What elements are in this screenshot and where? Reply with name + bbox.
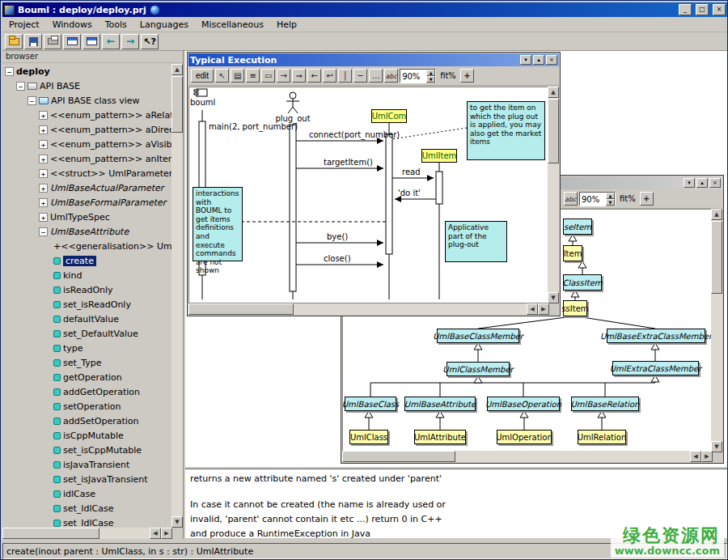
message-label-do-it[interactable]: 'do it': [398, 189, 421, 197]
text-icon[interactable]: [246, 69, 260, 83]
scroll-right-button[interactable]: [161, 528, 172, 539]
scroll-down-button[interactable]: [171, 516, 183, 528]
tree-item-set-isjavatransient[interactable]: set_isJavaTransient: [2, 472, 172, 486]
tree-item-idlcase[interactable]: idlCase: [2, 486, 172, 501]
async-message-icon[interactable]: [292, 69, 306, 83]
class-box-umlbaserelation[interactable]: UmlBaseRelation: [571, 397, 639, 411]
expander-icon[interactable]: [39, 227, 48, 236]
tree-item-umlbaseattribute[interactable]: UmlBaseAttribute: [2, 224, 172, 239]
tree-item-umltypespec[interactable]: UmlTypeSpec: [2, 210, 172, 224]
class-box-fragment-seitem[interactable]: seItem: [563, 218, 592, 235]
menu-project[interactable]: Project: [2, 18, 46, 32]
tree-item-class-view[interactable]: API BASE class view: [2, 93, 172, 108]
menu-miscellaneous[interactable]: Miscellaneous: [195, 18, 270, 32]
tree-item-avisibility[interactable]: <<enum_pattern>> aVisibility: [2, 137, 172, 151]
minimize-button[interactable]: [679, 4, 692, 15]
class-box-fragment-classitem[interactable]: ClassItem: [563, 274, 602, 291]
lifeline-label-bouml[interactable]: bouml: [190, 98, 215, 107]
sequence-canvas[interactable]: bouml plug_out UmlCom UmlItem main(2, po…: [188, 87, 549, 303]
tree-item-addgetoperation[interactable]: addGetOperation: [2, 384, 172, 399]
zoom-down-button[interactable]: ▼: [606, 199, 615, 206]
expander-icon[interactable]: [39, 198, 48, 207]
class-box-umlbaseextraclassmember[interactable]: UmlBaseExtraClassMember: [607, 329, 705, 343]
class-box-umlrelation[interactable]: UmlRelation: [578, 430, 626, 444]
tree-item-umlparameter[interactable]: <<struct>> UmlParameter: [2, 166, 172, 180]
class-box-umlbaseclass[interactable]: UmlBaseClass: [345, 397, 396, 411]
print-button[interactable]: [44, 34, 61, 49]
class-box-umlbaseoperation[interactable]: UmlBaseOperation: [487, 397, 560, 411]
menu-help[interactable]: Help: [270, 18, 303, 32]
tree-item-deploy[interactable]: deploy: [2, 64, 172, 78]
close-button[interactable]: [713, 4, 726, 15]
tree-item-arelationk[interactable]: <<enum_pattern>> aRelationK: [2, 108, 172, 122]
tree-item-getoperation[interactable]: getOperation: [2, 370, 172, 384]
tree-item-create[interactable]: create: [2, 253, 172, 268]
zoom-up-button[interactable]: ▲: [606, 193, 615, 199]
tree-item-isreadonly[interactable]: isReadOnly: [2, 282, 172, 297]
abc-icon[interactable]: [564, 192, 578, 206]
select-icon[interactable]: [215, 69, 229, 83]
tree-item-adirection[interactable]: <<enum_pattern>> aDirection: [2, 122, 172, 137]
scroll-up-button[interactable]: [171, 64, 183, 75]
fit-window-icon[interactable]: [640, 192, 654, 206]
scroll-left-button[interactable]: [150, 528, 161, 539]
message-label-read[interactable]: read: [402, 168, 421, 176]
scroll-up-button[interactable]: [711, 209, 722, 220]
tree-item-set-isreadonly[interactable]: set_isReadOnly: [2, 297, 172, 312]
whats-this-button[interactable]: ↖?: [141, 34, 159, 49]
tree-item-set-iscppmutable[interactable]: set_isCppMutable: [2, 443, 172, 457]
sync-message-icon[interactable]: [277, 69, 290, 83]
scrollbar-thumb[interactable]: [342, 451, 455, 462]
zoom-up-button[interactable]: ▲: [426, 70, 435, 76]
class-box-fragment-item[interactable]: Item: [563, 245, 582, 261]
shade-button[interactable]: [684, 178, 695, 188]
navigate-forward-button[interactable]: →: [121, 34, 139, 49]
navigate-back-button[interactable]: ←: [102, 34, 120, 49]
scroll-right-button[interactable]: [538, 303, 549, 315]
tree-item-api-base[interactable]: API BASE: [2, 78, 172, 93]
fit-window-icon[interactable]: [460, 69, 474, 83]
titlebar[interactable]: Bouml : deploy/deploy.prj: [2, 2, 727, 17]
expander-icon[interactable]: [39, 184, 48, 193]
open-project-button[interactable]: [5, 34, 23, 49]
tree-item-set-idlcase-2[interactable]: set_IdlCase: [2, 515, 172, 528]
tree-item-iscppmutable[interactable]: isCppMutable: [2, 428, 172, 443]
expander-icon[interactable]: [39, 169, 48, 178]
tree-item-isjavatransient[interactable]: isJavaTransient: [2, 457, 172, 472]
tree-item-set-defaultvalue[interactable]: set_DefaultValue: [2, 326, 172, 341]
class-box-umlbaseattribute[interactable]: UmlBaseAttribute: [404, 397, 476, 411]
return-message-icon[interactable]: [307, 69, 321, 83]
edit-button[interactable]: edit: [191, 69, 214, 83]
scroll-right-button[interactable]: [701, 451, 713, 462]
menu-languages[interactable]: Languages: [133, 18, 195, 32]
fragment-icon[interactable]: [261, 69, 275, 83]
tree-item-setoperation[interactable]: setOperation: [2, 399, 172, 414]
note-interactions[interactable]: interactions with BOUML to get items def…: [193, 187, 243, 261]
scroll-left-button[interactable]: [690, 451, 701, 462]
scroll-left-button[interactable]: [527, 303, 538, 315]
abc-icon[interactable]: [384, 69, 398, 83]
tree-item-set-type[interactable]: set_Type: [2, 355, 172, 370]
expander-icon[interactable]: [5, 67, 14, 76]
class-box-fragment-ssitem[interactable]: ssItem: [563, 300, 587, 316]
message-label-bye[interactable]: bye(): [327, 232, 348, 241]
expander-icon[interactable]: [28, 96, 36, 105]
close-button[interactable]: [546, 55, 557, 65]
sequence-titlebar[interactable]: Typical Execution: [188, 53, 559, 66]
menu-windows[interactable]: Windows: [46, 18, 99, 32]
expander-icon[interactable]: [39, 111, 48, 120]
expander-icon[interactable]: [39, 140, 48, 149]
expander-icon[interactable]: [39, 125, 48, 134]
shade-button[interactable]: [520, 55, 531, 65]
tree-item-generalisation-umlclass[interactable]: +<<generalisation>> UmlClass: [2, 239, 172, 253]
expander-icon[interactable]: [39, 155, 48, 163]
scrollbar-thumb[interactable]: [171, 76, 183, 133]
tree-item-set-idlcase[interactable]: set_IdlCase: [2, 501, 172, 515]
tree-item-umlbaseformalparameter[interactable]: UmlBaseFormalParameter: [2, 195, 172, 210]
note-icon[interactable]: [231, 69, 244, 83]
browser-panel-title[interactable]: browser: [2, 51, 183, 63]
scroll-down-button[interactable]: [711, 441, 722, 452]
close-button[interactable]: [709, 178, 721, 188]
note-applicative[interactable]: Applicative part of the plug-out: [445, 221, 507, 262]
message-label-connect[interactable]: connect(port_number): [309, 130, 400, 139]
